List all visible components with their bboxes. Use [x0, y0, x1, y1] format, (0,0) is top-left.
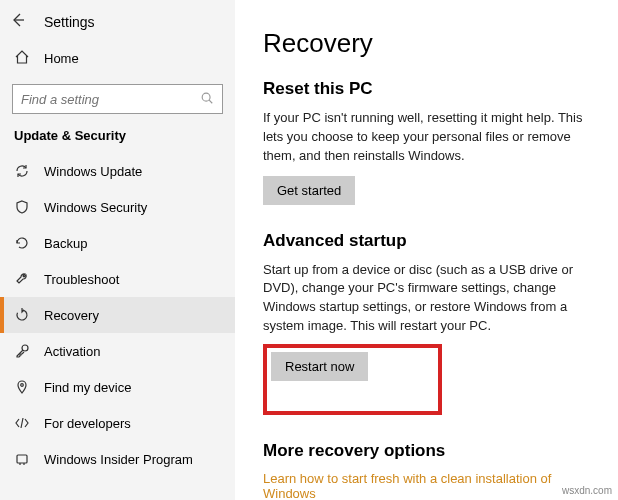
sidebar-item-windows-security[interactable]: Windows Security	[0, 189, 235, 225]
sidebar-item-label: Backup	[44, 236, 87, 251]
key-icon	[14, 343, 30, 359]
highlight-box: Restart now	[263, 344, 442, 415]
backup-icon	[14, 235, 30, 251]
sidebar-item-label: Activation	[44, 344, 100, 359]
sidebar-item-backup[interactable]: Backup	[0, 225, 235, 261]
watermark: wsxdn.com	[562, 485, 612, 496]
svg-point-2	[21, 384, 24, 387]
insider-icon	[14, 451, 30, 467]
main-content: Recovery Reset this PC If your PC isn't …	[235, 0, 618, 500]
sidebar-item-label: Windows Security	[44, 200, 147, 215]
shield-icon	[14, 199, 30, 215]
fresh-install-link[interactable]: Learn how to start fresh with a clean in…	[263, 471, 551, 500]
section-header: Update & Security	[0, 124, 235, 153]
sidebar-item-for-developers[interactable]: For developers	[0, 405, 235, 441]
sidebar-item-label: Windows Insider Program	[44, 452, 193, 467]
sidebar-item-windows-insider[interactable]: Windows Insider Program	[0, 441, 235, 477]
restart-now-button[interactable]: Restart now	[271, 352, 368, 381]
back-icon[interactable]	[10, 12, 26, 31]
app-title: Settings	[44, 14, 95, 30]
sidebar: Settings Home Update & Security Windows …	[0, 0, 235, 500]
advanced-heading: Advanced startup	[263, 231, 598, 251]
search-input[interactable]	[12, 84, 223, 114]
home-label: Home	[44, 51, 79, 66]
search-field[interactable]	[21, 92, 200, 107]
advanced-startup-section: Advanced startup Start up from a device …	[263, 231, 598, 415]
location-icon	[14, 379, 30, 395]
sidebar-item-label: For developers	[44, 416, 131, 431]
svg-point-0	[202, 93, 210, 101]
sidebar-item-troubleshoot[interactable]: Troubleshoot	[0, 261, 235, 297]
sidebar-item-windows-update[interactable]: Windows Update	[0, 153, 235, 189]
sidebar-item-recovery[interactable]: Recovery	[0, 297, 235, 333]
more-recovery-section: More recovery options Learn how to start…	[263, 441, 598, 500]
reset-description: If your PC isn't running well, resetting…	[263, 109, 598, 166]
sidebar-item-label: Recovery	[44, 308, 99, 323]
svg-rect-3	[17, 455, 27, 463]
more-heading: More recovery options	[263, 441, 598, 461]
get-started-button[interactable]: Get started	[263, 176, 355, 205]
wrench-icon	[14, 271, 30, 287]
nav-list: Windows Update Windows Security Backup T…	[0, 153, 235, 500]
search-icon	[200, 91, 214, 108]
header: Settings	[0, 8, 235, 41]
advanced-description: Start up from a device or disc (such as …	[263, 261, 598, 336]
reset-section: Reset this PC If your PC isn't running w…	[263, 79, 598, 205]
code-icon	[14, 415, 30, 431]
home-icon	[14, 49, 30, 68]
sidebar-item-activation[interactable]: Activation	[0, 333, 235, 369]
sidebar-item-label: Troubleshoot	[44, 272, 119, 287]
sidebar-item-label: Windows Update	[44, 164, 142, 179]
recovery-icon	[14, 307, 30, 323]
sidebar-item-find-my-device[interactable]: Find my device	[0, 369, 235, 405]
reset-heading: Reset this PC	[263, 79, 598, 99]
page-title: Recovery	[263, 28, 598, 59]
sidebar-item-label: Find my device	[44, 380, 131, 395]
sidebar-item-home[interactable]: Home	[0, 41, 235, 76]
sync-icon	[14, 163, 30, 179]
